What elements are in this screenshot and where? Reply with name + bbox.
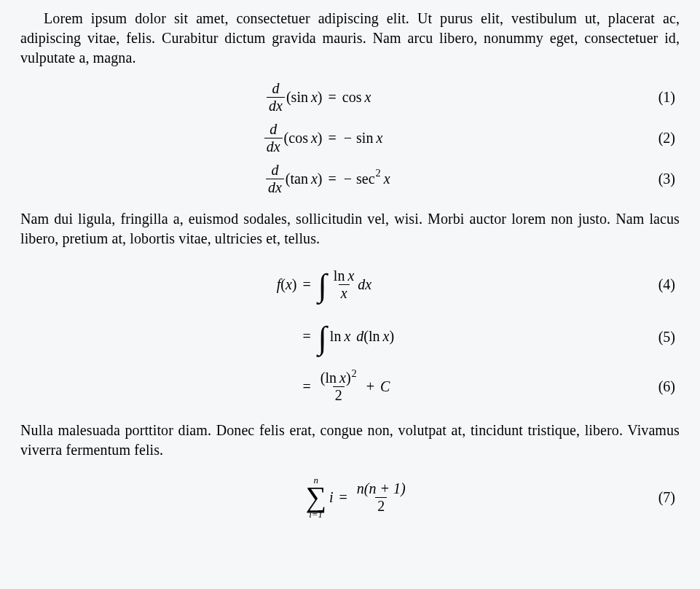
equation-row-4: f(x) = ∫ lnx x dx (4) bbox=[20, 257, 680, 311]
equation-number-7: (7) bbox=[658, 489, 675, 506]
equation-number-2: (2) bbox=[658, 130, 675, 147]
document-page: Lorem ipsum dolor sit amet, consectetuer… bbox=[0, 0, 700, 526]
equation-1: d dx (sinx) = cosx bbox=[213, 81, 483, 114]
equation-block-integral: f(x) = ∫ lnx x dx (4) = bbox=[20, 257, 680, 410]
integral-icon: ∫ bbox=[318, 327, 327, 350]
equation-6: = (lnx)2 2 +C bbox=[217, 370, 479, 403]
equation-number-5: (5) bbox=[658, 329, 675, 346]
equation-row-5: = ∫ lnx d(lnx) (5) bbox=[20, 311, 680, 362]
paragraph-1: Lorem ipsum dolor sit amet, consectetuer… bbox=[20, 9, 680, 68]
equation-number-1: (1) bbox=[658, 89, 675, 106]
integral-icon: ∫ bbox=[318, 275, 327, 297]
equation-block-derivatives: d dx (sinx) = cosx (1) d dx bbox=[20, 77, 680, 199]
equation-2: d dx (cosx) = −sinx bbox=[213, 122, 483, 155]
equation-4: f(x) = ∫ lnx x dx bbox=[217, 268, 479, 301]
equation-block-sum: n ∑ i=1 i = n(n + 1) 2 (7) bbox=[20, 469, 680, 526]
paragraph-2: Nam dui ligula, fringilla a, euismod sod… bbox=[20, 209, 680, 249]
summation-icon: n ∑ i=1 bbox=[305, 475, 326, 519]
equation-row-2: d dx (cosx) = −sinx (2) bbox=[20, 117, 680, 158]
equation-number-4: (4) bbox=[658, 276, 675, 293]
equation-number-6: (6) bbox=[658, 378, 675, 395]
equation-3: d dx (tanx) = −sec2x bbox=[213, 163, 483, 195]
equation-5: = ∫ lnx d(lnx) bbox=[217, 326, 479, 348]
equation-7: n ∑ i=1 i = n(n + 1) 2 bbox=[217, 475, 479, 519]
paragraph-3: Nulla malesuada porttitor diam. Donec fe… bbox=[20, 421, 680, 460]
equation-row-7: n ∑ i=1 i = n(n + 1) 2 (7) bbox=[20, 469, 680, 526]
equation-row-1: d dx (sinx) = cosx (1) bbox=[20, 77, 680, 117]
equation-row-6: = (lnx)2 2 +C (6) bbox=[20, 362, 680, 410]
equation-number-3: (3) bbox=[658, 171, 675, 187]
equation-row-3: d dx (tanx) = −sec2x (3) bbox=[20, 158, 680, 199]
